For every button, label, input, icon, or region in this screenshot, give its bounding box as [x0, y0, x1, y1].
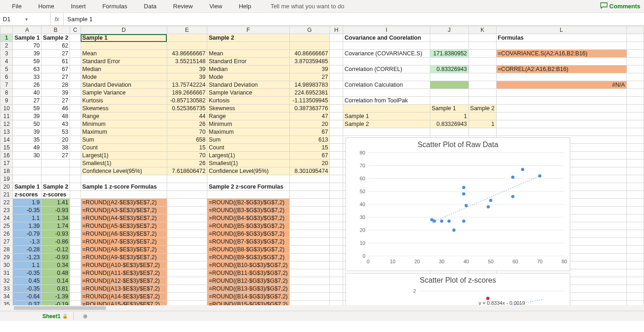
- cell-I9[interactable]: Correlation from ToolPak: [343, 97, 430, 105]
- cell-E1[interactable]: [167, 34, 207, 42]
- cell-I10[interactable]: [343, 105, 430, 113]
- cell-B12[interactable]: 43: [41, 120, 70, 128]
- cell-L12[interactable]: [496, 120, 626, 128]
- cell-G33[interactable]: [289, 285, 330, 293]
- row-header-24[interactable]: 24: [0, 214, 13, 222]
- cell-F1[interactable]: Sample 2: [207, 34, 289, 42]
- cell-D7[interactable]: Standard Deviation: [81, 81, 167, 89]
- cell-A26[interactable]: -0.79: [13, 230, 41, 238]
- col-header-A[interactable]: A: [13, 26, 41, 34]
- cell-E34[interactable]: [167, 293, 207, 301]
- cell-G4[interactable]: 3.870359485: [289, 58, 330, 65]
- cell-C33[interactable]: [70, 285, 81, 293]
- col-header-H[interactable]: H: [330, 26, 343, 34]
- scrollbar-thumb[interactable]: [14, 306, 106, 310]
- cell-G15[interactable]: 15: [289, 144, 330, 152]
- cell-L9[interactable]: [496, 97, 626, 105]
- cell-E17[interactable]: 26: [167, 160, 207, 167]
- cell-B13[interactable]: 53: [41, 128, 70, 136]
- cell-J12[interactable]: 0.83326943: [430, 120, 468, 128]
- cell-D32[interactable]: =ROUND((A12-$E$3)/$E$7,2): [81, 277, 167, 285]
- cell-C23[interactable]: [70, 207, 81, 214]
- cell-H21[interactable]: [330, 191, 343, 199]
- cell-C20[interactable]: [70, 183, 81, 191]
- col-header-G[interactable]: G: [289, 26, 330, 34]
- cell-A7[interactable]: 26: [13, 81, 41, 89]
- row-header-17[interactable]: 17: [0, 160, 13, 167]
- cell-B22[interactable]: 1.41: [41, 199, 70, 207]
- cell-G34[interactable]: [289, 293, 330, 301]
- cell-H30[interactable]: [330, 261, 343, 269]
- cell-F20[interactable]: Sample 2 z-score Formulas: [207, 183, 289, 191]
- cell-A4[interactable]: 59: [13, 58, 41, 65]
- cell-H3[interactable]: [330, 50, 343, 58]
- cell-F18[interactable]: Confidence Level(95%): [207, 167, 289, 175]
- cell-D31[interactable]: =ROUND((A11-$E$3)/$E$7,2): [81, 269, 167, 277]
- cell-A8[interactable]: 40: [13, 89, 41, 97]
- cell-C34[interactable]: [70, 293, 81, 301]
- cell-G32[interactable]: [289, 277, 330, 285]
- row-header-26[interactable]: 26: [0, 230, 13, 238]
- cell-E13[interactable]: 70: [167, 128, 207, 136]
- cell-I1[interactable]: Covariance and Coorelation: [343, 34, 430, 42]
- cell-C18[interactable]: [70, 167, 81, 175]
- cell-C14[interactable]: [70, 136, 81, 144]
- cell-G12[interactable]: 20: [289, 120, 330, 128]
- row-header-15[interactable]: 15: [0, 144, 13, 152]
- cell-F14[interactable]: Sum: [207, 136, 289, 144]
- formula-input[interactable]: Sample 1: [64, 13, 644, 25]
- select-all-corner[interactable]: [0, 26, 13, 34]
- cell-G6[interactable]: 27: [289, 73, 330, 81]
- col-header-L[interactable]: L: [496, 26, 626, 34]
- cell-A17[interactable]: [13, 160, 41, 167]
- col-header-D[interactable]: D: [81, 26, 167, 34]
- cell-E8[interactable]: 189.2666667: [167, 89, 207, 97]
- cell-E12[interactable]: 26: [167, 120, 207, 128]
- cell-K7[interactable]: [468, 81, 496, 89]
- cell-F9[interactable]: Kurtosis: [207, 97, 289, 105]
- cell-C24[interactable]: [70, 214, 81, 222]
- cell-G23[interactable]: [289, 207, 330, 214]
- cell-J8[interactable]: [430, 89, 468, 97]
- cell-F27[interactable]: =ROUND((B7-$G$3)/$G$7,2): [207, 238, 289, 246]
- cell-F3[interactable]: Mean: [207, 50, 289, 58]
- cell-J6[interactable]: [430, 73, 468, 81]
- cell-D25[interactable]: =ROUND((A5-$E$3)/$E$7,2): [81, 222, 167, 230]
- cell-A14[interactable]: 35: [13, 136, 41, 144]
- spreadsheet-grid[interactable]: ABCDEFGHIJKL1Sample 1Sample 2Sample 1Sam…: [0, 26, 644, 321]
- cell-I2[interactable]: [343, 42, 430, 50]
- cell-G28[interactable]: [289, 246, 330, 254]
- cell-J11[interactable]: 1: [430, 113, 468, 120]
- cell-H25[interactable]: [330, 222, 343, 230]
- cell-C27[interactable]: [70, 238, 81, 246]
- cell-C12[interactable]: [70, 120, 81, 128]
- cell-B31[interactable]: 0.48: [41, 269, 70, 277]
- cell-H17[interactable]: [330, 160, 343, 167]
- cell-F11[interactable]: Range: [207, 113, 289, 120]
- cell-B21[interactable]: z-scores: [41, 191, 70, 199]
- cell-D9[interactable]: Kurtosis: [81, 97, 167, 105]
- cell-L13[interactable]: [496, 128, 626, 136]
- cell-A15[interactable]: 49: [13, 144, 41, 152]
- cell-D16[interactable]: Largest(1): [81, 152, 167, 160]
- cell-C1[interactable]: [70, 34, 81, 42]
- cell-H10[interactable]: [330, 105, 343, 113]
- cell-I12[interactable]: Sample 2: [343, 120, 430, 128]
- cell-E31[interactable]: [167, 269, 207, 277]
- row-header-16[interactable]: 16: [0, 152, 13, 160]
- cell-J5[interactable]: 0.83326943: [430, 65, 468, 73]
- chevron-down-icon[interactable]: ▾: [25, 17, 48, 22]
- cell-J7[interactable]: [430, 81, 468, 89]
- ribbon-insert[interactable]: Insert: [63, 1, 94, 12]
- cell-F16[interactable]: Largest(1): [207, 152, 289, 160]
- ribbon-help[interactable]: Help: [230, 1, 259, 12]
- cell-A13[interactable]: 39: [13, 128, 41, 136]
- cell-E21[interactable]: [167, 191, 207, 199]
- col-header-B[interactable]: B: [41, 26, 70, 34]
- cell-A31[interactable]: -0.35: [13, 269, 41, 277]
- cell-F6[interactable]: Mode: [207, 73, 289, 81]
- cell-J4[interactable]: [430, 58, 468, 65]
- cell-F28[interactable]: =ROUND((B8-$G$3)/$G$7,2): [207, 246, 289, 254]
- cell-G16[interactable]: 67: [289, 152, 330, 160]
- cell-E29[interactable]: [167, 254, 207, 261]
